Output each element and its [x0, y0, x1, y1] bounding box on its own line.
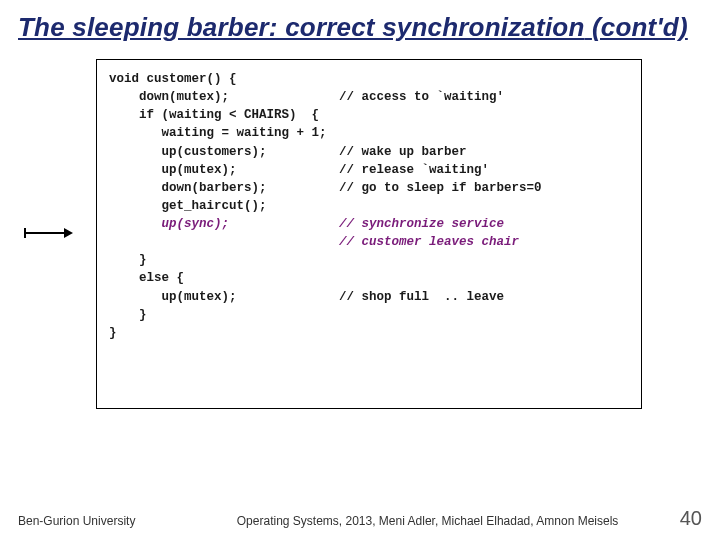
code-line: waiting = waiting + 1;: [109, 124, 629, 142]
code-line: }: [109, 251, 629, 269]
code-line: void customer() {: [109, 70, 629, 88]
code-line: down(barbers);// go to sleep if barbers=…: [109, 179, 629, 197]
slide: The sleeping barber: correct synchroniza…: [0, 0, 720, 540]
code-line: down(mutex);// access to `waiting': [109, 88, 629, 106]
code-line: up(customers);// wake up barber: [109, 143, 629, 161]
page-number: 40: [680, 507, 710, 530]
footer-university: Ben-Gurion University: [10, 514, 135, 528]
arrow-head-icon: [64, 228, 73, 238]
code-line: if (waiting < CHAIRS) {: [109, 106, 629, 124]
code-line-emphasis: // customer leaves chair: [109, 233, 629, 251]
code-line: up(mutex);// shop full .. leave: [109, 288, 629, 306]
footer-course: Operating Systems, 2013, Meni Adler, Mic…: [135, 514, 679, 528]
code-listing: void customer() { down(mutex);// access …: [96, 59, 642, 409]
code-line: }: [109, 324, 629, 342]
slide-title: The sleeping barber: correct synchroniza…: [18, 12, 702, 43]
code-line: get_haircut();: [109, 197, 629, 215]
arrow-line: [26, 232, 64, 234]
title-main: The sleeping barber: correct synchroniza…: [18, 12, 584, 42]
slide-footer: Ben-Gurion University Operating Systems,…: [0, 507, 720, 530]
code-line: up(mutex);// release `waiting': [109, 161, 629, 179]
pointer-arrow: [24, 228, 73, 238]
code-line: }: [109, 306, 629, 324]
code-line: else {: [109, 269, 629, 287]
title-contd: (cont'd): [592, 12, 688, 42]
code-line-emphasis: up(sync);// synchronize service: [109, 215, 629, 233]
